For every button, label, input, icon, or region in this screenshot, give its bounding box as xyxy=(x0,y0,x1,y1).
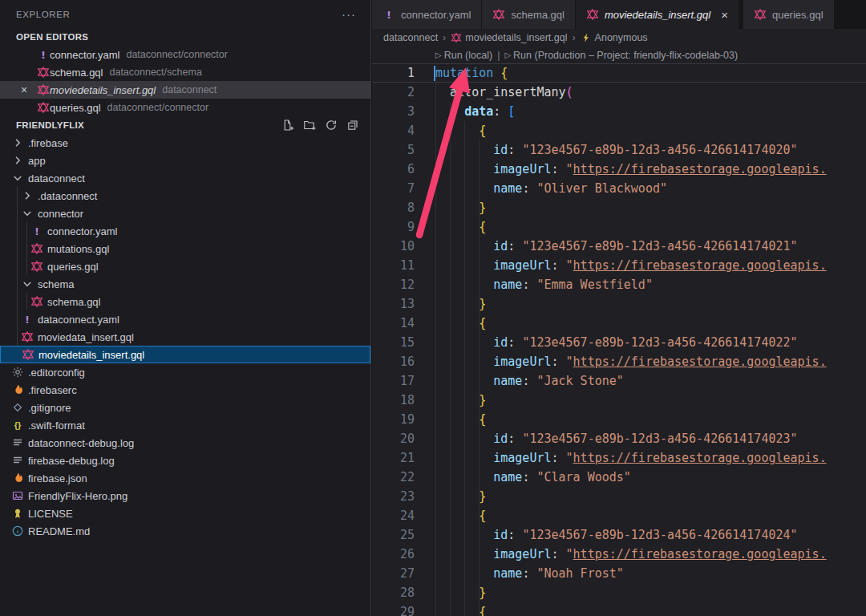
code-line[interactable]: 9 { xyxy=(372,217,866,237)
line-number: 1 xyxy=(372,63,415,83)
code-line[interactable]: 3 data: [ xyxy=(372,102,866,121)
code-text: id: "123e4567-e89b-12d3-a456-42661417402… xyxy=(435,237,798,256)
chevron-right-icon xyxy=(21,189,34,202)
tab-queries-gql[interactable]: queries.gql xyxy=(743,0,835,29)
tree-item-gitignore[interactable]: .gitignore xyxy=(0,399,370,416)
tab-connector-yaml[interactable]: !connector.yaml xyxy=(372,0,482,29)
explorer-title: EXPLORER xyxy=(16,10,70,19)
code-line[interactable]: 7 name: "Oliver Blackwood" xyxy=(372,179,866,198)
code-line[interactable]: 13 } xyxy=(372,294,866,314)
line-number: 11 xyxy=(372,256,415,275)
breadcrumb-item-dataconnect[interactable]: dataconnect xyxy=(383,32,438,43)
tree-item-label: firebase-debug.log xyxy=(28,455,115,467)
tree-item-label: FriendlyFlix-Hero.png xyxy=(28,490,127,502)
tree-item-license[interactable]: LICENSE xyxy=(0,505,370,522)
breadcrumb-label: Anonymous xyxy=(595,32,648,43)
open-editor-moviedetails-insert-gql[interactable]: ×moviedetails_insert.gqldataconnect xyxy=(0,81,370,99)
code-line[interactable]: 11 imageUrl: "https://firebasestorage.go… xyxy=(372,256,866,275)
tree-item-app[interactable]: app xyxy=(0,152,370,169)
new-folder-icon[interactable] xyxy=(303,119,316,132)
code-line[interactable]: 12 name: "Emma Westfield" xyxy=(372,275,866,294)
tree-item-schema[interactable]: schema xyxy=(0,275,370,293)
close-icon[interactable]: × xyxy=(21,81,27,99)
tree-item-label: schema xyxy=(38,278,75,290)
tree-item-connector[interactable]: connector xyxy=(0,205,370,222)
tab-label: schema.gql xyxy=(511,9,564,21)
line-number: 12 xyxy=(372,275,415,294)
run-production-lens[interactable]: ▷Run (Production – Project: friendly-fli… xyxy=(504,50,738,61)
tree-item-moviedetails-insert-gql[interactable]: moviedetails_insert.gql xyxy=(0,346,370,363)
new-file-icon[interactable] xyxy=(281,119,294,132)
code-line[interactable]: 5 id: "123e4567-e89b-12d3-a456-426614174… xyxy=(372,140,866,160)
code-line[interactable]: 25 id: "123e4567-e89b-12d3-a456-42661417… xyxy=(372,525,866,545)
editor-area[interactable]: !connector.yamlschema.gqlmoviedetails_in… xyxy=(372,0,866,616)
collapse-all-icon[interactable] xyxy=(346,119,359,132)
open-editor-connector-yaml[interactable]: !connector.yamldataconnect/connector xyxy=(0,46,370,63)
breadcrumb-item-moviedetails-insert-gql[interactable]: moviedetails_insert.gql xyxy=(451,32,567,43)
tree-item-friendlyflix-hero-png[interactable]: FriendlyFlix-Hero.png xyxy=(0,487,370,505)
graphql-icon xyxy=(37,66,50,79)
warning-icon: ! xyxy=(21,313,34,326)
warning-icon: ! xyxy=(382,8,395,21)
tree-item-dataconnect[interactable]: dataconnect xyxy=(0,169,370,187)
tree-item-firebase-json[interactable]: firebase.json xyxy=(0,469,370,487)
tab-label: moviedetails_insert.gql xyxy=(605,9,710,21)
code-line[interactable]: 14 { xyxy=(372,314,866,333)
code-line[interactable]: 28 } xyxy=(372,583,866,602)
code-line[interactable]: 10 id: "123e4567-e89b-12d3-a456-42661417… xyxy=(372,237,866,256)
workspace-section-header[interactable]: FRIENDLYFLIX xyxy=(0,116,370,134)
tree-item-swift-format[interactable]: {}.swift-format xyxy=(0,416,370,434)
code-line[interactable]: 17 name: "Jack Stone" xyxy=(372,371,866,391)
tree-item-mutations-gql[interactable]: mutations.gql xyxy=(0,240,370,257)
more-actions-icon[interactable]: ··· xyxy=(342,7,356,21)
line-number: 7 xyxy=(372,179,415,198)
open-editor-queries-gql[interactable]: queries.gqldataconnect/connector xyxy=(0,99,370,116)
code-text: imageUrl: "https://firebasestorage.googl… xyxy=(435,545,827,564)
code-line[interactable]: 4 { xyxy=(372,121,866,140)
tree-item-label: app xyxy=(28,155,46,167)
tree-item-schema-gql[interactable]: schema.gql xyxy=(0,293,370,310)
code-line[interactable]: 16 imageUrl: "https://firebasestorage.go… xyxy=(372,352,866,371)
tree-item-dataconnect-debug-log[interactable]: dataconnect-debug.log xyxy=(0,434,370,452)
line-number: 20 xyxy=(372,429,415,448)
tree-item-label: dataconnect.yaml xyxy=(38,314,119,326)
code-line[interactable]: 8 } xyxy=(372,198,866,217)
tab-moviedetails-insert-gql[interactable]: moviedetails_insert.gql× xyxy=(576,0,739,29)
tree-item-dataconnect-yaml[interactable]: !dataconnect.yaml xyxy=(0,310,370,328)
code-line[interactable]: 20 id: "123e4567-e89b-12d3-a456-42661417… xyxy=(372,429,866,448)
tree-item-firebaserc[interactable]: .firebaserc xyxy=(0,381,370,399)
code-line[interactable]: 29 { xyxy=(372,602,866,616)
close-icon[interactable]: × xyxy=(721,9,728,21)
tree-item-firebase-debug-log[interactable]: firebase-debug.log xyxy=(0,452,370,469)
tree-item-moviedata-insert-gql[interactable]: moviedata_insert.gql xyxy=(0,328,370,346)
gear-icon xyxy=(11,366,24,379)
code-line[interactable]: 19 { xyxy=(372,410,866,429)
open-editor-schema-gql[interactable]: schema.gqldataconnect/schema xyxy=(0,63,370,81)
open-editors-section-header[interactable]: OPEN EDITORS xyxy=(0,28,370,46)
code-line[interactable]: 26 imageUrl: "https://firebasestorage.go… xyxy=(372,545,866,564)
tree-item-editorconfig[interactable]: .editorconfig xyxy=(0,363,370,381)
code-line[interactable]: 21 imageUrl: "https://firebasestorage.go… xyxy=(372,448,866,468)
code-line[interactable]: 18 } xyxy=(372,391,866,410)
tree-item-queries-gql[interactable]: queries.gql xyxy=(0,257,370,275)
line-number: 19 xyxy=(372,410,415,429)
code-line[interactable]: 22 name: "Clara Woods" xyxy=(372,468,866,487)
tab-schema-gql[interactable]: schema.gql xyxy=(482,0,575,29)
code-line[interactable]: 2 actor_insertMany( xyxy=(372,83,866,102)
code-line[interactable]: 1mutation { xyxy=(372,63,866,83)
run-local-lens[interactable]: ▷Run (local) xyxy=(435,50,492,61)
warning-icon: ! xyxy=(30,225,43,237)
code-text: data: [ xyxy=(435,102,515,121)
tree-item-readme-md[interactable]: README.md xyxy=(0,522,370,540)
breadcrumb-item-anonymous[interactable]: Anonymous xyxy=(581,32,648,43)
code-text: { xyxy=(435,410,486,429)
code-line[interactable]: 27 name: "Noah Frost" xyxy=(372,564,866,583)
refresh-icon[interactable] xyxy=(325,119,338,132)
tree-item-firebase[interactable]: .firebase xyxy=(0,134,370,152)
code-line[interactable]: 6 imageUrl: "https://firebasestorage.goo… xyxy=(372,160,866,179)
code-line[interactable]: 24 { xyxy=(372,506,866,525)
code-line[interactable]: 23 } xyxy=(372,487,866,506)
tree-item-connector-yaml[interactable]: !connector.yaml xyxy=(0,222,370,240)
tree-item-dataconnect[interactable]: .dataconnect xyxy=(0,187,370,205)
code-line[interactable]: 15 id: "123e4567-e89b-12d3-a456-42661417… xyxy=(372,333,866,352)
